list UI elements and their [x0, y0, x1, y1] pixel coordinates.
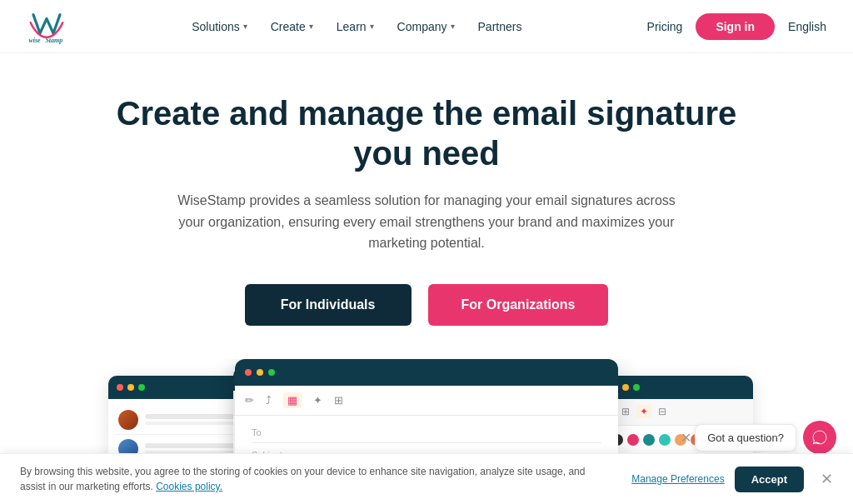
dot-yellow: [127, 384, 134, 391]
hero-buttons: For Individuals For Organizations: [27, 284, 826, 326]
magic-active-icon: ✦: [636, 405, 651, 418]
chat-avatar[interactable]: [803, 421, 836, 454]
close-chat-button[interactable]: ✕: [681, 430, 691, 446]
window-titlebar-right: [603, 376, 753, 399]
layout-active-icon: ▦: [283, 392, 302, 408]
dot-green: [138, 384, 145, 391]
share-icon: ⤴: [266, 394, 272, 407]
color-swatch[interactable]: [627, 434, 639, 446]
nav-partners[interactable]: Partners: [468, 13, 532, 40]
chat-bubble[interactable]: Got a question?: [695, 424, 796, 452]
svg-text:Stamp: Stamp: [45, 37, 62, 44]
manage-preferences-link[interactable]: Manage Preferences: [631, 473, 724, 485]
wisestamp-logo-icon: wise Stamp: [27, 9, 67, 44]
layout-icon: ⊟: [658, 406, 666, 417]
window-titlebar-main: [235, 359, 618, 386]
dot-red: [245, 369, 252, 376]
chat-widget: ✕ Got a question?: [681, 421, 836, 454]
dot-green: [633, 384, 640, 391]
nav-solutions[interactable]: Solutions ▾: [182, 13, 257, 40]
cookie-text: By browsing this website, you agree to t…: [20, 464, 586, 494]
logo[interactable]: wise Stamp: [27, 9, 67, 44]
hero-heading: Create and manage the email signature yo…: [102, 93, 751, 173]
chevron-down-icon: ▾: [243, 22, 247, 31]
chevron-down-icon: ▾: [451, 22, 455, 31]
cookie-actions: Manage Preferences Accept ✕: [631, 467, 833, 492]
nav-learn[interactable]: Learn ▾: [327, 13, 384, 40]
composer-toolbar: ✏ ⤴ ▦ ✦ ⊞: [235, 386, 618, 416]
language-selector[interactable]: English: [788, 20, 826, 33]
grid-icon: ⊞: [334, 394, 343, 407]
avatar: [118, 410, 138, 430]
close-cookie-banner-button[interactable]: ✕: [821, 470, 833, 488]
navbar: wise Stamp Solutions ▾ Create ▾ Learn ▾ …: [0, 0, 853, 53]
magic-icon: ✦: [313, 394, 322, 407]
for-individuals-button[interactable]: For Individuals: [245, 284, 412, 326]
grid-icon: ⊞: [621, 406, 630, 417]
cookies-policy-link[interactable]: Cookies policy.: [156, 481, 222, 492]
dot-red: [117, 384, 123, 391]
signin-button[interactable]: Sign in: [696, 13, 775, 40]
dot-yellow: [257, 369, 263, 376]
cookie-banner: By browsing this website, you agree to t…: [0, 453, 853, 504]
hero-section: Create and manage the email signature yo…: [0, 53, 853, 352]
nav-right: Pricing Sign in English: [647, 13, 826, 40]
svg-text:wise: wise: [28, 37, 41, 44]
color-swatch[interactable]: [659, 434, 671, 446]
nav-create[interactable]: Create ▾: [261, 13, 323, 40]
pricing-link[interactable]: Pricing: [647, 20, 683, 33]
chevron-down-icon: ▾: [370, 22, 374, 31]
hero-subtext: WiseStamp provides a seamless solution f…: [168, 190, 685, 254]
for-organizations-button[interactable]: For Organizations: [428, 284, 609, 326]
dot-yellow: [622, 384, 629, 391]
nav-company[interactable]: Company ▾: [387, 13, 465, 40]
to-field: To: [252, 427, 601, 443]
accept-cookies-button[interactable]: Accept: [735, 467, 804, 492]
chevron-down-icon: ▾: [309, 22, 313, 31]
pencil-icon: ✏: [245, 394, 254, 407]
chat-icon: [811, 429, 828, 446]
nav-links: Solutions ▾ Create ▾ Learn ▾ Company ▾ P…: [182, 13, 531, 40]
dot-green: [268, 369, 275, 376]
color-swatch[interactable]: [643, 434, 655, 446]
